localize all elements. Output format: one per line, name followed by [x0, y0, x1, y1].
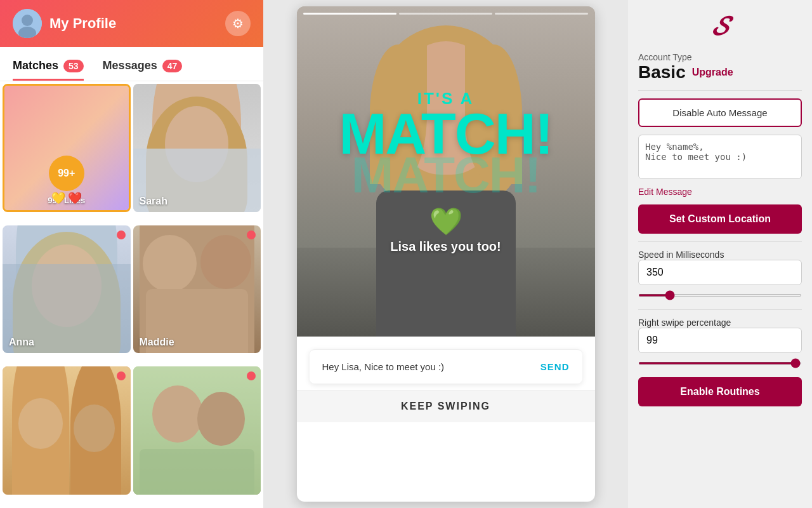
card-name-anna: Anna	[9, 337, 34, 348]
edit-message-link[interactable]: Edit Message	[638, 187, 802, 197]
message-preview: Hey Lisa, Nice to meet you :)	[322, 360, 445, 373]
message-box: Hey Lisa, Nice to meet you :) SEND	[310, 349, 582, 384]
match-card-group1[interactable]	[3, 366, 131, 495]
page-title: My Profile	[49, 15, 116, 32]
speed-label: Speed in Milliseconds	[638, 250, 802, 260]
keep-swiping-button[interactable]: KEEP SWIPING	[297, 390, 595, 422]
swipe-slider-container	[638, 353, 802, 370]
left-panel: My Profile ⚙ Matches 53 Messages 47 99+ …	[0, 0, 263, 508]
set-custom-location-button[interactable]: Set Custom Location	[638, 204, 802, 234]
auto-message-textarea[interactable]: Hey %name%, Nice to meet you :)	[638, 135, 802, 179]
disable-auto-message-button[interactable]: Disable Auto Message	[638, 98, 802, 127]
avatar[interactable]	[13, 9, 42, 38]
matches-grid: 99+ 99+ Likes 💛 ❤️ Sarah	[0, 81, 263, 508]
swipe-slider[interactable]	[638, 362, 802, 364]
swipe-section: Right swipe percentage	[638, 318, 802, 370]
story-dot-3	[495, 13, 588, 15]
divider-1	[638, 90, 802, 91]
settings-icon: ⚙	[232, 16, 244, 31]
notification-dot	[117, 231, 126, 239]
matches-badge: 53	[63, 60, 84, 72]
middle-panel: IT'S A MATCH! MATCH! 💚 Lisa likes you to…	[263, 0, 628, 508]
story-dot-2	[399, 13, 492, 15]
account-type-section: Account Type Basic Upgrade	[638, 52, 802, 83]
tabs-bar: Matches 53 Messages 47	[0, 47, 263, 81]
phone-card: IT'S A MATCH! MATCH! 💚 Lisa likes you to…	[297, 6, 595, 502]
account-type-row: Basic Upgrade	[638, 62, 802, 83]
notification-dot-maddie	[247, 231, 256, 239]
match-card-anna[interactable]: Anna	[3, 225, 131, 354]
right-panel: 𝓢 Account Type Basic Upgrade Disable Aut…	[628, 0, 812, 508]
card-name-sarah: Sarah	[140, 196, 167, 207]
message-box-wrapper: Hey Lisa, Nice to meet you :) SEND	[297, 337, 595, 390]
match-overlay: IT'S A MATCH! MATCH! 💚 Lisa likes you to…	[297, 6, 595, 337]
match-text-shadow: MATCH!	[351, 150, 540, 201]
speed-slider-container	[638, 285, 802, 302]
account-type-value: Basic	[638, 62, 686, 83]
likes-card[interactable]: 99+ 99+ Likes 💛 ❤️	[3, 84, 131, 212]
settings-button[interactable]: ⚙	[225, 11, 251, 36]
logo-area: 𝓢	[638, 10, 802, 44]
match-card-maddie[interactable]: Maddie	[133, 225, 261, 354]
svg-point-1	[22, 15, 33, 26]
match-heart-icon: 💚	[429, 206, 462, 237]
tab-matches-label: Matches	[13, 59, 58, 72]
card-name-maddie: Maddie	[140, 337, 174, 348]
send-button[interactable]: SEND	[540, 361, 570, 372]
match-photo-area: IT'S A MATCH! MATCH! 💚 Lisa likes you to…	[297, 6, 595, 337]
speed-input[interactable]	[638, 260, 802, 285]
match-card-sarah[interactable]: Sarah	[133, 84, 261, 212]
story-dot-1	[303, 13, 396, 15]
likes-you-text: Lisa likes you too!	[390, 239, 501, 254]
app-logo: 𝓢	[712, 13, 728, 39]
upgrade-link[interactable]: Upgrade	[692, 67, 733, 78]
messages-badge: 47	[162, 60, 183, 72]
speed-section: Speed in Milliseconds	[638, 250, 802, 302]
notification-dot-g1	[117, 371, 126, 380]
enable-routines-button[interactable]: Enable Routines	[638, 377, 802, 406]
super-like-icons: 💛 ❤️	[51, 191, 82, 205]
speed-slider[interactable]	[638, 294, 802, 297]
swipe-input[interactable]	[638, 328, 802, 353]
tab-matches[interactable]: Matches 53	[13, 59, 84, 81]
story-dots	[303, 13, 589, 15]
header-left: My Profile	[13, 9, 116, 38]
account-type-label: Account Type	[638, 52, 802, 62]
match-card-group2[interactable]	[133, 366, 261, 495]
tab-messages[interactable]: Messages 47	[103, 59, 183, 81]
divider-2	[638, 241, 802, 242]
header: My Profile ⚙	[0, 0, 263, 47]
divider-3	[638, 309, 802, 310]
tab-messages-label: Messages	[103, 59, 157, 72]
likes-count: 99+	[49, 156, 84, 191]
swipe-label: Right swipe percentage	[638, 318, 802, 328]
